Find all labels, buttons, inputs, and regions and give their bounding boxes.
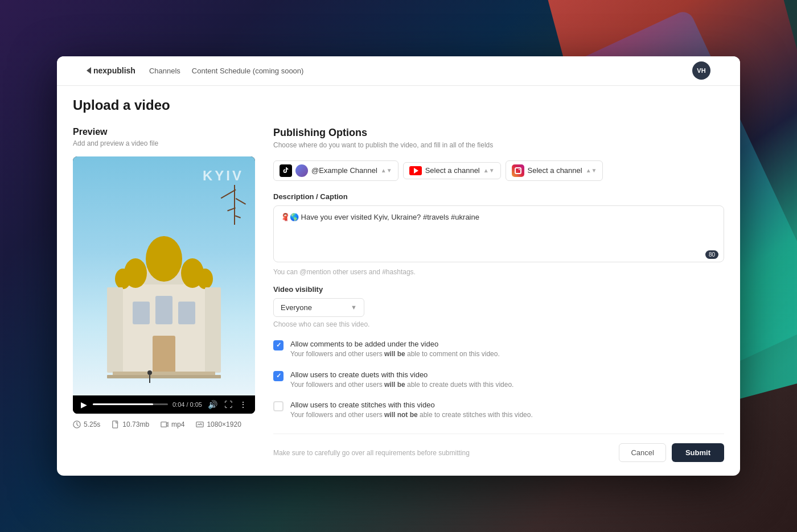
meta-format: mp4 <box>161 420 184 428</box>
submit-button[interactable]: Submit <box>672 443 724 462</box>
logo-arrow-icon <box>87 67 91 74</box>
play-button[interactable]: ▶ <box>80 399 88 410</box>
checkbox-section: ✓ Allow comments to be added under the v… <box>273 340 724 420</box>
two-panel-layout: Preview Add and preview a video file KYI… <box>73 127 724 462</box>
allow-duets-checkbox[interactable]: ✓ <box>273 371 284 381</box>
kyiv-label: KYIV <box>203 168 244 184</box>
tiktok-channel-name: @Example Channel <box>311 166 377 175</box>
church-illustration <box>101 213 227 384</box>
video-container: KYIV <box>73 156 255 414</box>
visibility-label: Video visiblity <box>273 285 724 294</box>
logo[interactable]: nexpublish <box>87 66 135 75</box>
volume-button[interactable]: 🔊 <box>207 399 219 410</box>
video-icon <box>161 420 169 428</box>
checkbox-desc-stitches: Your followers and other users will not … <box>290 410 724 420</box>
clock-icon <box>73 420 81 428</box>
instagram-channel-selector[interactable]: Select a channel ▲▼ <box>506 160 603 181</box>
youtube-chevron-icon: ▲▼ <box>483 167 495 174</box>
meta-resolution: 1080×1920 <box>196 420 241 428</box>
file-icon <box>112 420 120 428</box>
youtube-channel-selector[interactable]: Select a channel ▲▼ <box>403 162 501 179</box>
svg-point-11 <box>115 269 131 289</box>
content-wrapper: Preview Add and preview a video file KYI… <box>57 127 740 476</box>
progress-bar[interactable] <box>93 403 168 405</box>
checkbox-desc-comments: Your followers and other users will be a… <box>290 349 724 359</box>
youtube-play-icon <box>414 168 418 174</box>
checkbox-content-stitches: Allow users to create stitches with this… <box>290 401 724 420</box>
cancel-button[interactable]: Cancel <box>619 443 665 462</box>
char-count-badge: 80 <box>705 250 718 259</box>
visibility-value: Everyone <box>281 303 312 312</box>
left-panel: Preview Add and preview a video file KYI… <box>73 127 255 462</box>
checkbox-item-comments: ✓ Allow comments to be added under the v… <box>273 340 724 359</box>
more-button[interactable]: ⋮ <box>238 399 248 410</box>
allow-stitches-checkbox[interactable] <box>273 401 284 411</box>
preview-title: Preview <box>73 127 255 137</box>
instagram-channel-placeholder: Select a channel <box>528 166 582 175</box>
checkbox-item-duets: ✓ Allow users to create duets with this … <box>273 370 724 390</box>
visibility-select[interactable]: Everyone ▼ <box>273 298 364 317</box>
youtube-channel-placeholder: Select a channel <box>425 166 480 175</box>
nav-links: Channels Content Schedule (coming sooon) <box>149 67 692 75</box>
checkbox-check-duets-icon: ✓ <box>276 372 281 380</box>
nav-bar: nexpublish Channels Content Schedule (co… <box>57 56 740 86</box>
tiktok-channel-selector[interactable]: @Example Channel ▲▼ <box>273 160 398 181</box>
fullscreen-button[interactable]: ⛶ <box>223 399 233 410</box>
main-modal: nexpublish Channels Content Schedule (co… <box>57 56 740 476</box>
svg-rect-3 <box>155 296 172 324</box>
footer-hint: Make sure to carefully go over all requi… <box>273 449 470 457</box>
youtube-icon <box>409 166 422 175</box>
svg-point-12 <box>197 269 213 289</box>
instagram-chevron-icon: ▲▼ <box>586 167 597 174</box>
description-textarea[interactable]: 🧣🌎 Have you ever visited Kyiv, Ukraine? … <box>273 205 724 262</box>
tree-trunk <box>234 185 235 225</box>
svg-rect-14 <box>205 287 221 373</box>
channels-row: @Example Channel ▲▼ Select a channel ▲▼ <box>273 160 724 181</box>
logo-text: nexpublish <box>93 66 135 75</box>
footer-row: Make sure to carefully go over all requi… <box>273 434 724 462</box>
meta-duration: 5.25s <box>73 420 100 428</box>
tiktok-chevron-icon: ▲▼ <box>381 167 392 174</box>
time-display: 0:04 / 0:05 <box>172 401 202 408</box>
checkbox-desc-duets: Your followers and other users will be a… <box>290 380 724 390</box>
checkbox-item-stitches: Allow users to create stitches with this… <box>273 401 724 420</box>
instagram-dot-icon <box>519 169 520 170</box>
instagram-icon <box>512 164 524 177</box>
tiktok-icon <box>280 164 292 177</box>
progress-fill <box>93 403 153 405</box>
svg-rect-21 <box>161 422 167 427</box>
checkbox-check-icon: ✓ <box>276 341 281 349</box>
allow-comments-checkbox[interactable]: ✓ <box>273 340 284 350</box>
description-label: Description / Caption <box>273 192 724 201</box>
preview-subtitle: Add and preview a video file <box>73 139 255 147</box>
svg-rect-4 <box>153 336 175 373</box>
checkbox-content-comments: Allow comments to be added under the vid… <box>290 340 724 359</box>
checkbox-title-duets: Allow users to create duets with this vi… <box>290 370 724 379</box>
page-title: Upload a video <box>73 97 724 113</box>
svg-rect-20 <box>113 421 118 428</box>
description-wrapper: 🧣🌎 Have you ever visited Kyiv, Ukraine? … <box>273 205 724 265</box>
video-thumbnail: KYIV <box>73 156 255 395</box>
video-controls: ▶ 0:04 / 0:05 🔊 ⛶ ⋮ <box>73 395 255 414</box>
visibility-chevron-icon: ▼ <box>351 304 357 311</box>
right-panel: Publishing Options Choose where do you w… <box>273 127 724 462</box>
title-area: Upload a video <box>57 86 740 127</box>
resolution-icon <box>196 420 204 428</box>
nav-link-content-schedule[interactable]: Content Schedule (coming sooon) <box>192 67 304 75</box>
svg-rect-16 <box>107 375 221 378</box>
publishing-options-subtitle: Choose where do you want to publish the … <box>273 141 724 149</box>
nav-link-channels[interactable]: Channels <box>149 67 180 75</box>
visibility-hint: Choose who can see this video. <box>273 320 724 328</box>
instagram-inner-icon <box>515 167 521 174</box>
description-hint: You can @mention other users and #hashta… <box>273 268 724 276</box>
svg-point-17 <box>147 370 152 375</box>
tiktok-channel-avatar <box>295 164 308 177</box>
publishing-options-title: Publishing Options <box>273 127 724 139</box>
checkbox-title-comments: Allow comments to be added under the vid… <box>290 340 724 348</box>
checkbox-content-duets: Allow users to create duets with this vi… <box>290 370 724 390</box>
checkbox-title-stitches: Allow users to create stitches with this… <box>290 401 724 409</box>
svg-rect-1 <box>133 302 150 324</box>
meta-size: 10.73mb <box>112 420 149 428</box>
svg-rect-13 <box>107 287 123 373</box>
nav-avatar[interactable]: VH <box>692 61 710 80</box>
